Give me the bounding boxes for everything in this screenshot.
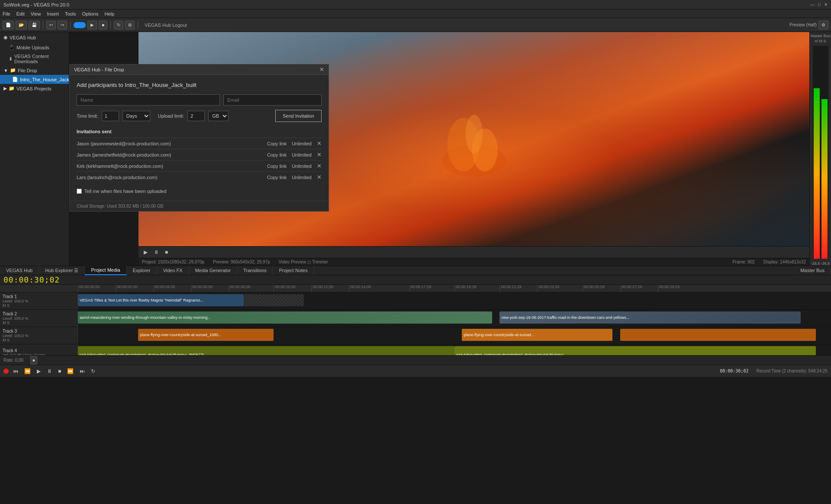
preview-settings-btn[interactable]: ⚙	[818, 21, 828, 29]
tab-hub-explorer[interactable]: Hub Explorer ☰	[39, 266, 85, 275]
track-3-name: Track 3	[3, 329, 75, 334]
timeline-tracks: Track 1 Level: 100,0 % M S VEGAS Titles …	[0, 292, 831, 355]
inv-delete-1[interactable]: ✕	[317, 151, 322, 158]
email-input[interactable]	[223, 94, 322, 106]
time-limit-input[interactable]	[102, 111, 119, 121]
menu-tools[interactable]: Tools	[65, 11, 76, 16]
hub-toggle[interactable]	[74, 22, 86, 28]
separator-2	[70, 21, 71, 29]
inv-copy-1[interactable]: Copy link	[267, 152, 287, 157]
file-drop-label: File Drop	[18, 68, 37, 73]
play-transport-btn[interactable]: ▶	[35, 367, 42, 375]
next-frame-btn[interactable]: ⏩	[65, 367, 75, 375]
sidebar-item-mobile-uploads[interactable]: 📱 Mobile Uploads	[0, 43, 69, 52]
inv-delete-2[interactable]: ✕	[317, 163, 322, 169]
menu-help[interactable]: Help	[104, 11, 114, 16]
undo-btn[interactable]: ↩	[46, 21, 56, 29]
stop-transport-btn[interactable]: ■	[56, 367, 63, 375]
menu-insert[interactable]: Insert	[47, 11, 59, 16]
hub-header: ◉ VEGAS Hub	[0, 32, 69, 43]
tab-transitions[interactable]: Transitions	[237, 266, 273, 275]
sidebar-item-content-downloads[interactable]: ⬇ VEGAS Content Downloads	[0, 52, 69, 66]
loop-btn[interactable]: ↻	[114, 21, 123, 29]
go-start-btn[interactable]: ⏮	[11, 367, 20, 375]
redo-btn[interactable]: ↪	[58, 21, 67, 29]
inv-name-3: Lars (larsulrich@rock-production.com)	[77, 175, 267, 180]
inv-copy-0[interactable]: Copy link	[267, 141, 287, 146]
time-unit-select[interactable]: Days Hours Weeks	[122, 111, 150, 121]
master-meter	[813, 46, 828, 259]
inv-delete-0[interactable]: ✕	[317, 140, 322, 147]
sidebar-item-vegas-projects[interactable]: ▶ 📁 VEGAS Projects	[0, 84, 69, 93]
menu-options[interactable]: Options	[82, 11, 99, 16]
mobile-icon: 📱	[9, 45, 15, 50]
hub-icon: ◉	[3, 35, 8, 40]
invitation-row-3: Lars (larsulrich@rock-production.com) Co…	[77, 171, 322, 183]
clip-1-1[interactable]: VEGAS Titles & Text Let this river flowb…	[78, 294, 244, 306]
clip-1-2[interactable]	[244, 294, 304, 306]
save-btn[interactable]: 💾	[29, 21, 40, 29]
inv-copy-2[interactable]: Copy link	[267, 164, 287, 169]
clip-2-2[interactable]: new-york-sep-18-08-2017-traffic-road-in-…	[499, 311, 801, 324]
upload-limit-input[interactable]	[187, 111, 205, 121]
file-drop-header: VEGAS Hub - File Drop ✕	[70, 64, 329, 75]
loop-transport-btn[interactable]: ↻	[89, 367, 97, 375]
downloads-label: VEGAS Content Downloads	[14, 54, 65, 64]
tab-master-bus[interactable]: Master Bus	[794, 266, 831, 275]
pause-transport-btn[interactable]: ⏸	[45, 367, 54, 375]
play-btn[interactable]: ▶	[87, 21, 97, 29]
tab-vegas-hub[interactable]: VEGAS Hub	[0, 266, 39, 275]
title-bar: SoWork.veg - VEGAS Pro 20.0 — □ ✕	[0, 0, 831, 10]
tab-project-notes[interactable]: Project Notes	[273, 266, 314, 275]
record-time: Record Time (2 channels): 548:24:25	[756, 369, 828, 373]
sidebar-item-file-drop[interactable]: ▼ 📁 File Drop	[0, 66, 69, 75]
preview-info: Project: 1920x1080x32; 29,970p Preview: …	[138, 258, 809, 266]
go-end-btn[interactable]: ⏭	[78, 367, 87, 375]
minimize-btn[interactable]: —	[810, 2, 815, 7]
left-panel: ◉ VEGAS Hub 📱 Mobile Uploads ⬇ VEGAS Con…	[0, 32, 69, 266]
notify-checkbox[interactable]	[77, 189, 82, 194]
preview-stop-btn[interactable]: ■	[163, 248, 170, 256]
invitation-row-1: James (jameshetfield@rock-production.com…	[77, 149, 322, 160]
main-area: ◉ VEGAS Hub 📱 Mobile Uploads ⬇ VEGAS Con…	[0, 32, 831, 266]
new-btn[interactable]: 📄	[3, 21, 14, 29]
prev-frame-btn[interactable]: ⏪	[23, 367, 32, 375]
tab-project-media[interactable]: Project Media	[85, 266, 126, 275]
inv-delete-3[interactable]: ✕	[317, 174, 322, 180]
right-panel: Master Bus ≡/ M S -26,6 -26,6	[809, 32, 831, 266]
tabs-row: VEGAS Hub Hub Explorer ☰ Project Media E…	[0, 266, 831, 275]
window-controls[interactable]: — □ ✕	[810, 2, 828, 7]
grid-btn[interactable]: ⊞	[125, 21, 135, 29]
hub-title: VEGAS Hub	[10, 35, 36, 40]
stop-btn[interactable]: ■	[99, 21, 107, 29]
send-invitation-button[interactable]: Send Invitation	[275, 110, 322, 122]
ruler-tick-5: 00:00:10;00	[274, 285, 296, 292]
sidebar-item-intro[interactable]: 📄 Intro_The_House_Jack_built	[0, 75, 69, 84]
tab-media-generator[interactable]: Media Generator	[189, 266, 238, 275]
ruler-tick-11: 00:00:23;29	[537, 285, 559, 292]
clip-3-1[interactable]: plane-flying-over-countryside-at-sunset_…	[138, 329, 274, 341]
tab-explorer[interactable]: Explorer	[127, 266, 157, 275]
clip-4-2[interactable]: rock-fulton-elited_cryptopunk-decentrali…	[454, 346, 816, 355]
file-drop-close-btn[interactable]: ✕	[319, 66, 324, 73]
name-input[interactable]	[77, 94, 220, 106]
maximize-btn[interactable]: □	[818, 2, 821, 7]
clip-4-1[interactable]: rock-fulton-elited_cryptopunk-decentrali…	[78, 346, 454, 355]
inv-copy-3[interactable]: Copy link	[267, 175, 287, 180]
clip-2-1[interactable]: aeriol-meandering-river-winding-through-…	[78, 311, 492, 324]
transport-bar: ⏮ ⏪ ▶ ⏸ ■ ⏩ ⏭ ↻ 00:00:30;02 Record Time …	[0, 365, 831, 377]
open-btn[interactable]: 📂	[16, 21, 27, 29]
close-btn[interactable]: ✕	[824, 2, 828, 7]
status-btn[interactable]: ■	[30, 356, 37, 365]
menu-edit[interactable]: Edit	[16, 11, 25, 16]
preview-pause-btn[interactable]: ⏸	[152, 248, 161, 256]
menu-view[interactable]: View	[31, 11, 41, 16]
tab-video-fx[interactable]: Video FX	[157, 266, 189, 275]
menu-file[interactable]: File	[3, 11, 10, 16]
upload-limit-label: Upload limit:	[158, 113, 184, 119]
upload-unit-select[interactable]: GB MB TB	[208, 111, 229, 121]
preview-play-btn[interactable]: ▶	[142, 248, 149, 256]
clip-3-3[interactable]	[620, 329, 816, 341]
clip-3-2[interactable]: plane-flying-over-countryside-at-sunset.…	[462, 329, 612, 341]
track-2-label: Track 2 Level: 100,0 % M S	[0, 310, 78, 327]
